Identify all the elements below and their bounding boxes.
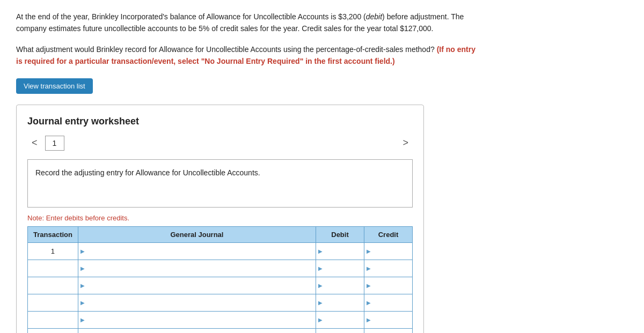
header-credit: Credit <box>364 226 413 242</box>
header-transaction: Transaction <box>28 226 78 242</box>
worksheet-container: Journal entry worksheet < 1 > Record the… <box>16 105 424 333</box>
view-transaction-button[interactable]: View transaction list <box>16 78 93 94</box>
cell-transaction-2 <box>28 260 78 277</box>
intro-paragraph1: At the end of the year, Brinkley Incorpo… <box>16 11 478 35</box>
header-debit: Debit <box>316 226 364 242</box>
table-row <box>28 328 413 333</box>
note-text: Note: Enter debits before credits. <box>27 214 413 222</box>
cell-journal-3[interactable] <box>78 277 316 294</box>
table-row: 1 <box>28 242 413 260</box>
cell-journal-5[interactable] <box>78 311 316 328</box>
intro-paragraph2: What adjustment would Brinkley record fo… <box>16 43 478 68</box>
nav-row: < 1 > <box>27 136 413 151</box>
cell-credit-1[interactable] <box>364 242 413 260</box>
table-row <box>28 277 413 294</box>
cell-credit-2[interactable] <box>364 260 413 277</box>
cell-journal-4[interactable] <box>78 294 316 311</box>
instruction-box: Record the adjusting entry for Allowance… <box>27 159 413 208</box>
cell-debit-3[interactable] <box>316 277 364 294</box>
cell-debit-1[interactable] <box>316 242 364 260</box>
page-number: 1 <box>53 139 57 147</box>
cell-credit-4[interactable] <box>364 294 413 311</box>
page-number-box: 1 <box>45 136 64 151</box>
cell-debit-6[interactable] <box>316 328 364 333</box>
journal-table: Transaction General Journal Debit Credit… <box>27 226 413 333</box>
cell-credit-3[interactable] <box>364 277 413 294</box>
cell-transaction-4 <box>28 294 78 311</box>
nav-left-arrow[interactable]: < <box>27 136 42 150</box>
cell-transaction-1: 1 <box>28 242 78 260</box>
nav-right-arrow[interactable]: > <box>398 136 413 150</box>
cell-debit-2[interactable] <box>316 260 364 277</box>
cell-credit-5[interactable] <box>364 311 413 328</box>
worksheet-title: Journal entry worksheet <box>27 116 413 127</box>
instruction-text: Record the adjusting entry for Allowance… <box>35 168 260 177</box>
table-row <box>28 294 413 311</box>
table-row <box>28 260 413 277</box>
cell-credit-6[interactable] <box>364 328 413 333</box>
cell-transaction-6 <box>28 328 78 333</box>
cell-debit-4[interactable] <box>316 294 364 311</box>
cell-journal-6[interactable] <box>78 328 316 333</box>
table-row <box>28 311 413 328</box>
cell-debit-5[interactable] <box>316 311 364 328</box>
header-general-journal: General Journal <box>78 226 316 242</box>
cell-transaction-3 <box>28 277 78 294</box>
cell-journal-2[interactable] <box>78 260 316 277</box>
warning-text: (If no entry is required for a particula… <box>16 45 475 65</box>
cell-transaction-5 <box>28 311 78 328</box>
cell-journal-1[interactable] <box>78 242 316 260</box>
